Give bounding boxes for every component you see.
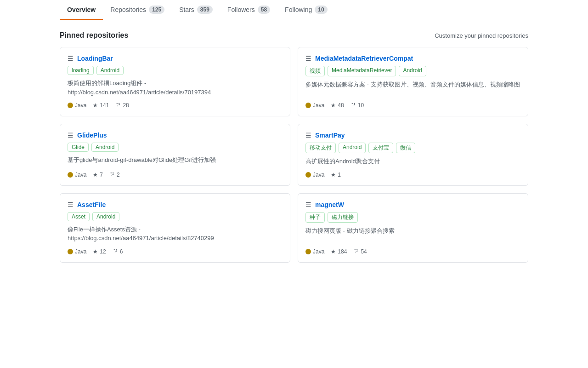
fork-icon (353, 249, 359, 254)
stat-forks: 2 (109, 172, 120, 178)
star-count: 141 (100, 102, 109, 109)
stat-stars: 7 (93, 172, 103, 178)
card-header: ☰GlidePlus (68, 132, 283, 139)
profile-tabs: Overview Repositories 125 Stars 859 Foll… (60, 0, 528, 20)
menu-icon: ☰ (68, 201, 74, 208)
tag[interactable]: MediaMetadataRetriever (328, 66, 396, 76)
language-dot (68, 103, 73, 108)
main-content: Pinned repositories Customize your pinne… (60, 20, 528, 274)
fork-icon (115, 103, 121, 108)
tag[interactable]: Glide (68, 143, 89, 152)
stat-forks: 6 (113, 248, 123, 255)
card-stats: Java18454 (305, 248, 520, 255)
tab-repositories-label: Repositories (110, 6, 146, 13)
stat-forks: 10 (351, 102, 364, 109)
fork-count: 54 (361, 248, 367, 255)
repo-card-glideplus: ☰GlidePlusGlideAndroid基于glide与android-gi… (60, 124, 290, 186)
tags-row: 移动支付Android支付宝微信 (305, 143, 520, 153)
tag[interactable]: Android (96, 66, 124, 75)
star-icon (331, 248, 336, 255)
tab-stars[interactable]: Stars 859 (172, 0, 220, 20)
stat-language: Java (305, 248, 324, 255)
fork-icon (113, 249, 118, 254)
card-header: ☰AssetFile (68, 201, 283, 208)
star-count: 12 (100, 248, 106, 255)
card-stats: Java14128 (68, 102, 283, 109)
stat-language: Java (305, 102, 324, 109)
tag[interactable]: Android (399, 66, 426, 76)
repo-description: 高扩展性的Android聚合支付 (305, 157, 520, 166)
repo-description: 基于glide与android-gif-drawable对Glide处理Gif进… (68, 155, 283, 166)
tag[interactable]: 支付宝 (368, 143, 393, 153)
tag[interactable]: 视频 (305, 66, 325, 76)
menu-icon: ☰ (305, 201, 311, 208)
section-header: Pinned repositories Customize your pinne… (60, 31, 528, 40)
language-label: Java (75, 248, 86, 255)
repo-description: 极简使用的解耦Loading组件 - http://blog.csdn.net/… (68, 79, 283, 97)
tag[interactable]: Android (339, 143, 366, 153)
card-stats: Java126 (68, 248, 283, 255)
card-stats: Java72 (68, 172, 283, 178)
tag[interactable]: 移动支付 (305, 143, 336, 153)
repo-title-magnetw[interactable]: magnetW (315, 201, 344, 208)
tab-following-label: Following (285, 6, 312, 13)
menu-icon: ☰ (305, 55, 311, 62)
stat-stars: 1 (331, 172, 341, 178)
star-icon (93, 172, 98, 178)
tab-following[interactable]: Following 10 (277, 0, 335, 20)
stat-forks: 54 (353, 248, 367, 255)
repo-title-glideplus[interactable]: GlidePlus (77, 132, 107, 139)
stat-stars: 184 (331, 248, 347, 255)
fork-count: 2 (117, 172, 120, 178)
repo-card-assetfile: ☰AssetFileAssetAndroid像File一样操作Assets资源 … (60, 193, 290, 263)
stat-language: Java (305, 172, 324, 178)
repo-card-magnetw: ☰magnetW种子磁力链接磁力搜网页版 - 磁力链接聚合搜索Java18454 (298, 193, 528, 263)
language-label: Java (313, 102, 324, 109)
stat-language: Java (68, 248, 86, 255)
fork-count: 10 (358, 102, 364, 109)
tab-followers-count: 58 (258, 6, 270, 14)
tag[interactable]: 磁力链接 (328, 212, 358, 223)
repo-description: 磁力搜网页版 - 磁力链接聚合搜索 (305, 226, 520, 243)
star-count: 48 (338, 102, 344, 109)
fork-icon (351, 103, 356, 108)
star-icon (331, 102, 336, 109)
repo-description: 像File一样操作Assets资源 - https://blog.csdn.ne… (68, 225, 283, 243)
star-count: 1 (338, 172, 341, 178)
tag[interactable]: Android (91, 143, 119, 152)
repo-title-loadingbar[interactable]: LoadingBar (77, 55, 113, 62)
tab-overview-label: Overview (67, 6, 96, 13)
tag[interactable]: Android (92, 212, 119, 221)
tag[interactable]: 种子 (305, 212, 325, 223)
language-dot (305, 249, 311, 254)
tags-row: 种子磁力链接 (305, 212, 520, 223)
tag[interactable]: Asset (68, 212, 90, 221)
repos-grid: ☰LoadingBarloadingAndroid极简使用的解耦Loading组… (60, 47, 528, 263)
menu-icon: ☰ (68, 55, 74, 62)
section-title: Pinned repositories (60, 31, 128, 40)
repo-title-smartpay[interactable]: SmartPay (315, 132, 345, 139)
stat-forks: 28 (115, 102, 129, 109)
tag[interactable]: loading (68, 66, 94, 75)
repo-title-mediametadata[interactable]: MediaMetadataRetrieverCompat (315, 55, 413, 62)
star-count: 7 (100, 172, 103, 178)
tags-row: AssetAndroid (68, 212, 283, 221)
star-icon (93, 102, 98, 109)
repo-card-smartpay: ☰SmartPay移动支付Android支付宝微信高扩展性的Android聚合支… (298, 124, 528, 186)
language-label: Java (75, 172, 86, 178)
repo-title-assetfile[interactable]: AssetFile (77, 201, 106, 208)
tab-following-count: 10 (315, 6, 327, 14)
tags-row: loadingAndroid (68, 66, 283, 75)
repo-card-loadingbar: ☰LoadingBarloadingAndroid极简使用的解耦Loading组… (60, 47, 290, 116)
tab-overview[interactable]: Overview (60, 0, 103, 20)
tab-stars-label: Stars (179, 6, 194, 13)
tab-stars-count: 859 (197, 6, 213, 14)
tab-followers[interactable]: Followers 58 (220, 0, 277, 20)
star-icon (331, 172, 336, 178)
card-header: ☰SmartPay (305, 132, 520, 139)
repo-card-mediametadata: ☰MediaMetadataRetrieverCompat视频MediaMeta… (298, 47, 528, 116)
tab-repositories[interactable]: Repositories 125 (103, 0, 172, 20)
stat-stars: 48 (331, 102, 344, 109)
tag[interactable]: 微信 (396, 143, 415, 153)
customize-link[interactable]: Customize your pinned repositories (435, 32, 528, 39)
